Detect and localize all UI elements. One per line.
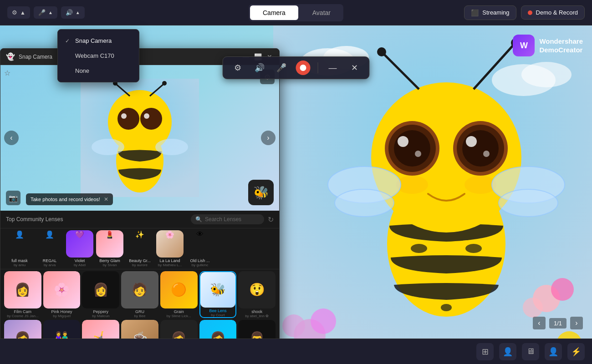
record-main-btn[interactable] <box>296 61 311 75</box>
lens-name-peppery: Peppery <box>82 309 119 314</box>
dropdown-webcam[interactable]: Webcam C170 <box>58 48 139 63</box>
community-title: Top Community Lenses <box>6 216 187 222</box>
top-bar-right: ⬛ Streaming Demo & Record <box>464 5 585 20</box>
featured-item-5[interactable]: 🌸 La La Land by Mathieu L... <box>156 230 184 267</box>
lens-item-bee-lens[interactable]: 🐝 Bee Lens by Court <box>199 271 237 318</box>
featured-item-4[interactable]: ✨ Beauty Gr... by aurore <box>126 230 153 267</box>
featured-item-6[interactable]: 👁 Old Lish ... by gutkmc <box>186 230 214 267</box>
tab-camera[interactable]: Camera <box>250 5 298 20</box>
user-icon: 👤 <box>503 347 513 357</box>
lens-item-r2-4[interactable]: 👩 <box>160 320 198 339</box>
lens-item-r2-6[interactable]: 👨 <box>238 320 276 339</box>
svg-point-16 <box>415 151 421 157</box>
lens-item-grain[interactable]: 🟠 Grain by Slime Lick... <box>160 271 198 318</box>
minimize-icon: — <box>329 63 337 73</box>
snap-next-btn[interactable]: › <box>261 131 276 145</box>
lens-name-pink-honey: Pink Honey <box>43 309 81 314</box>
featured-item-1[interactable]: 👤 REGAL by arva <box>36 230 63 267</box>
snap-camera-label: Snap Camera <box>75 37 112 44</box>
mic-btn[interactable]: 🎤 ▲ <box>34 6 57 19</box>
audio-btn[interactable]: 🔊 ▲ <box>61 6 85 19</box>
svg-point-46 <box>140 108 162 130</box>
toolbar-mic-btn[interactable]: 🎤 <box>274 61 289 75</box>
lens-item-no-makeup[interactable]: 👩 no makeup by bugoo_1 <box>4 320 41 339</box>
featured-item-3[interactable]: 💄 Berry Glam by Sivan <box>96 230 123 267</box>
speaker-icon2: 🔊 <box>255 63 265 73</box>
featured-by-0: by amu <box>6 263 33 267</box>
page-indicator: 1/1 <box>549 318 566 329</box>
lens-thumb-r2-6: 👨 <box>238 320 276 339</box>
lens-thumb-r2-4: 👩 <box>160 320 198 339</box>
mic-icon: 🎤 <box>38 9 46 16</box>
featured-thumb-5: 🌸 <box>156 230 184 258</box>
lens-item-r2-5[interactable]: 👩 <box>199 320 237 339</box>
lens-item-pink-honey[interactable]: 🌸 Pink Honey by Migquel <box>43 271 81 318</box>
dropdown-none[interactable]: None <box>58 63 139 78</box>
lens-search-input[interactable] <box>205 216 260 222</box>
ws-line1: Wondershare <box>539 37 583 46</box>
refresh-lenses-btn[interactable]: ↻ <box>268 215 274 224</box>
streaming-btn[interactable]: ⬛ Streaming <box>464 5 516 20</box>
featured-name-1: REGAL <box>36 258 63 263</box>
bottom-effects-btn[interactable]: ⚡ <box>567 343 585 360</box>
bottom-layout-btn[interactable]: ⊞ <box>476 343 494 360</box>
lens-thumb-film-cam: 👩 <box>4 271 41 308</box>
lens-item-film-cam[interactable]: 👩 Film Cam by Cosme JS Jan... <box>4 271 41 318</box>
featured-item-0[interactable]: 👤 full mask by amu <box>6 230 33 267</box>
prev-page-btn[interactable]: ‹ <box>533 317 546 329</box>
lens-author-shook: by abel_linn ✿ <box>238 314 276 318</box>
lens-thumb-shook: 😲 <box>238 271 276 308</box>
snap-prev-btn[interactable]: ‹ <box>4 131 19 145</box>
favorite-icon[interactable]: ☆ <box>4 69 10 77</box>
tab-group: Camera Avatar <box>249 4 343 21</box>
featured-item-2[interactable]: 💜 Violet by Abel <box>66 230 93 267</box>
camera-source-btn[interactable]: ⚙ ▲ <box>7 6 30 19</box>
lens-name-gru: GRU <box>121 309 158 314</box>
lens-author-peppery: by Malicun <box>82 314 119 318</box>
next-page-btn[interactable]: › <box>570 317 583 329</box>
lens-item-peppery[interactable]: 👩 Peppery by Malicun <box>82 271 119 318</box>
lens-item-r2-3[interactable]: ☕ <box>121 320 158 339</box>
toolbar-minimize-btn[interactable]: — <box>326 61 340 75</box>
bee-snap-icon: 🐝 <box>253 185 269 200</box>
svg-point-45 <box>121 113 127 119</box>
lens-item-shook[interactable]: 😲 shook by abel_linn ✿ <box>238 271 276 318</box>
ws-logo: W Wondershare DemoCreator <box>513 35 583 56</box>
lens-author-grain: by Slime Lick... <box>160 314 198 318</box>
svg-point-49 <box>92 139 124 155</box>
lens-item-gru[interactable]: 🧑 GRU by Bee <box>121 271 158 318</box>
lens-thumb-r2-5: 👩 <box>199 320 237 339</box>
dropdown-snap-camera[interactable]: ✓ Snap Camera <box>58 33 139 48</box>
toolbar-settings-btn[interactable]: ⚙ <box>230 61 245 75</box>
camera-dropdown: ✓ Snap Camera Webcam C170 None <box>57 29 139 82</box>
lens-item-r2-1[interactable]: 👫 <box>43 320 81 339</box>
bottom-user-btn[interactable]: 👤 <box>499 343 516 360</box>
featured-by-5: by Mathieu L... <box>156 263 184 267</box>
toolbar-audio-btn[interactable]: 🔊 <box>252 61 267 75</box>
camera-shot-icon: 📷 <box>9 194 18 202</box>
mic-icon2: 🎤 <box>276 63 286 73</box>
snap-overlay-icon: 🐝 <box>248 180 274 205</box>
speaker-icon: 🔊 <box>66 9 73 16</box>
tab-avatar[interactable]: Avatar <box>300 4 343 21</box>
svg-point-4 <box>521 62 572 87</box>
snap-bee-preview <box>81 79 199 197</box>
svg-point-14 <box>394 130 430 167</box>
screen-icon: 🖥 <box>526 347 535 356</box>
demo-record-btn[interactable]: Demo & Record <box>521 5 585 20</box>
snap-notification: Take photos and record videos! ✕ <box>26 193 113 205</box>
toolbar-close-btn[interactable]: ✕ <box>347 61 362 75</box>
lens-thumb-no-makeup: 👩 <box>4 320 41 339</box>
mic-chevron: ▲ <box>48 10 53 15</box>
search-icon: 🔍 <box>195 216 202 222</box>
snap-photo-btn[interactable]: 📷 <box>6 191 20 205</box>
lens-item-r2-2[interactable]: 🤸 <box>82 320 119 339</box>
bottom-avatar-btn[interactable]: 👤 <box>545 343 562 360</box>
lens-thumb-bee-lens: 🐝 <box>200 272 236 308</box>
check-icon: ✓ <box>65 38 71 44</box>
bottom-screen-btn[interactable]: 🖥 <box>522 343 539 360</box>
snap-camera-window: 👻 Snap Camera — ⬜ ✕ ☆ ⚙ <box>0 48 280 339</box>
notification-close-btn[interactable]: ✕ <box>104 196 108 202</box>
featured-by-2: by Abel <box>66 263 93 267</box>
svg-point-33 <box>311 308 336 334</box>
